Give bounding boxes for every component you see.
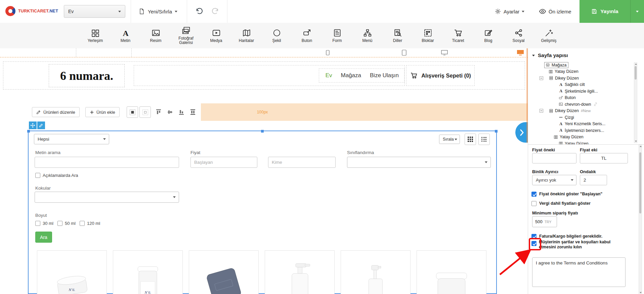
tree-item-dikey-duzen-new[interactable]: Dikey Düzen #New [528, 108, 644, 114]
toolbar-item-buton[interactable]: Buton [292, 23, 322, 48]
edit-products-button[interactable]: Ürünleri düzenle [32, 107, 80, 117]
tree-item-isletmenizi[interactable]: A İşletmenizi benzers... [528, 127, 644, 134]
align-middle-icon[interactable] [167, 109, 173, 115]
price-to-input[interactable] [268, 157, 336, 168]
size-50ml-checkbox[interactable]: 50 ml [57, 221, 76, 226]
phone-breakpoint-icon[interactable] [326, 50, 330, 55]
toolbar-item-form[interactable]: Form [322, 23, 352, 48]
page-structure-header[interactable]: Sayfa yapısı [528, 48, 644, 60]
resize-handle[interactable] [261, 130, 264, 133]
search-in-descriptions-checkbox[interactable]: Açıklamalarda Ara [35, 173, 78, 178]
size-30ml-checkbox[interactable]: 30 ml [35, 221, 53, 226]
publish-main[interactable]: Yayınla [579, 0, 630, 23]
show-price-prefix-checkbox[interactable]: Fiyat önekini göster "Başlayan" [531, 192, 602, 197]
toolbar-item-blog[interactable]: Blog [473, 23, 504, 48]
toolbar-item-sosyal[interactable]: Sosyal [504, 23, 534, 48]
price-prefix-input[interactable] [532, 153, 576, 163]
active-breakpoint-icon[interactable] [517, 50, 524, 55]
distribute-icon[interactable] [190, 109, 196, 115]
panel-toggle-tab[interactable] [515, 122, 528, 143]
terms-text-input[interactable]: I agree to the Terms and Conditions [532, 257, 626, 287]
page-selector[interactable]: Ev [64, 5, 125, 18]
site-nav-container[interactable]: Ev Mağaza Bize Ulaşın [134, 65, 405, 86]
structure-scrollbar[interactable] [634, 62, 637, 143]
toolbar-item-haritalar[interactable]: Haritalar [231, 23, 262, 48]
classification-select[interactable] [347, 157, 491, 168]
product-card[interactable] [265, 250, 335, 294]
tree-item-dikey-duzen[interactable]: Dikey Düzen [528, 75, 644, 82]
category-select[interactable]: Hepsi [34, 134, 109, 144]
site-logo[interactable]: 6 numara. [49, 64, 125, 87]
align-bottom-icon[interactable] [178, 109, 184, 115]
scents-select[interactable] [35, 192, 179, 203]
scroll-up-icon[interactable] [640, 146, 642, 147]
checkbox[interactable] [80, 221, 85, 226]
billing-required-checkbox[interactable]: Fatura/Kargo bilgileri gereklidir. [531, 234, 602, 239]
new-reset-button[interactable]: Yeni/Sıfırla [136, 0, 180, 23]
tree-item-chevron-down[interactable]: chevron-down [528, 101, 644, 108]
cart-widget[interactable]: Alışveriş Sepeti (0) [406, 65, 475, 86]
checkbox-checked[interactable] [531, 241, 536, 246]
tablet-breakpoint-icon[interactable] [402, 50, 406, 56]
tax-included-checkbox[interactable]: Vergi dahil fiyatları göster [531, 201, 591, 206]
move-element-handle[interactable] [29, 121, 37, 129]
product-card[interactable]: N˚6. [37, 250, 107, 294]
site-header-section[interactable]: 6 numara. Ev Mağaza Bize Ulaşın Alışveri… [3, 61, 525, 90]
collapse-toggle[interactable] [540, 76, 543, 80]
price-suffix-input[interactable] [580, 153, 628, 163]
nav-link-home[interactable]: Ev [326, 72, 332, 79]
collapse-toggle[interactable] [540, 109, 543, 113]
publish-button[interactable]: Yayınla [579, 0, 644, 23]
toolbar-item-yerlesim[interactable]: Yerleşim [80, 23, 111, 48]
checkbox[interactable] [57, 221, 62, 226]
desktop-breakpoint-icon[interactable] [441, 50, 448, 55]
terms-required-checkbox[interactable] [531, 241, 536, 246]
toolbar-item-resim[interactable]: Resim [141, 23, 171, 48]
tree-item-sirketimizle[interactable]: A Şirketimizle ilgili... [528, 88, 644, 95]
product-card[interactable] [417, 250, 486, 294]
tree-item-yeni-kozmetik[interactable]: A Yeni Kozmetik Seris... [528, 121, 644, 128]
toolbar-item-medya[interactable]: Medya [201, 23, 231, 48]
search-button[interactable]: Ara [35, 232, 52, 243]
checkbox-checked[interactable] [531, 192, 536, 197]
product-list-block[interactable]: Hepsi Sırala Metin arama Fiyat Sınıfland… [28, 131, 497, 294]
nav-link-store[interactable]: Mağaza [341, 72, 361, 79]
add-product-button[interactable]: Ürün ekle [85, 107, 120, 117]
thousands-separator-select[interactable]: Ayırıcı yok [532, 175, 576, 185]
preview-button[interactable]: Ön izleme [539, 0, 571, 23]
toolbar-item-bloklar[interactable]: Bloklar [413, 23, 443, 48]
site-nav-menu[interactable]: Ev Mağaza Bize Ulaşın [319, 68, 404, 83]
decimal-input[interactable] [580, 175, 607, 185]
checkbox[interactable] [35, 221, 40, 226]
tree-item-cizgi[interactable]: Çizgi [528, 114, 644, 121]
nav-link-contact[interactable]: Bize Ulaşın [370, 72, 399, 79]
tree-item-saglikli-cilt[interactable]: A Sağlıklı cilt [528, 82, 644, 88]
tree-item-buton[interactable]: Buton [528, 95, 644, 101]
text-search-input[interactable] [35, 157, 179, 168]
tree-item-magaza[interactable]: Mağaza [528, 62, 644, 68]
toolbar-item-menu[interactable]: Menü [352, 23, 383, 48]
margin-settings-button[interactable] [127, 106, 138, 118]
align-top-icon[interactable] [156, 109, 162, 115]
product-card[interactable] [189, 250, 259, 294]
settings-button[interactable]: Ayarlar [495, 0, 524, 23]
properties-scrollbar[interactable] [639, 145, 642, 294]
scrollbar-thumb[interactable] [639, 152, 641, 213]
padding-settings-button[interactable] [139, 106, 151, 118]
min-order-input[interactable]: 500 TRY [532, 216, 557, 227]
checkbox[interactable] [35, 173, 40, 178]
tree-item-yatay-duzen-2[interactable]: Yatay Düzen [528, 134, 644, 141]
list-view-button[interactable] [478, 134, 490, 145]
scroll-down-icon[interactable] [640, 292, 642, 293]
toolbar-item-fotograf-galerisi[interactable]: Fotoğraf Galerisi [171, 23, 201, 48]
edit-element-handle[interactable] [37, 121, 45, 129]
scrollbar-thumb[interactable] [635, 66, 637, 80]
checkbox[interactable] [531, 201, 536, 206]
scroll-down-icon[interactable] [635, 141, 637, 142]
sort-dropdown[interactable]: Sırala [439, 135, 460, 144]
toolbar-item-gelismis[interactable]: Gelişmiş [534, 23, 564, 48]
checkbox-checked[interactable] [531, 234, 536, 239]
toolbar-item-sekil[interactable]: Şekil [262, 23, 292, 48]
toolbar-item-diller[interactable]: Diller [383, 23, 413, 48]
grid-view-button[interactable] [465, 134, 476, 145]
